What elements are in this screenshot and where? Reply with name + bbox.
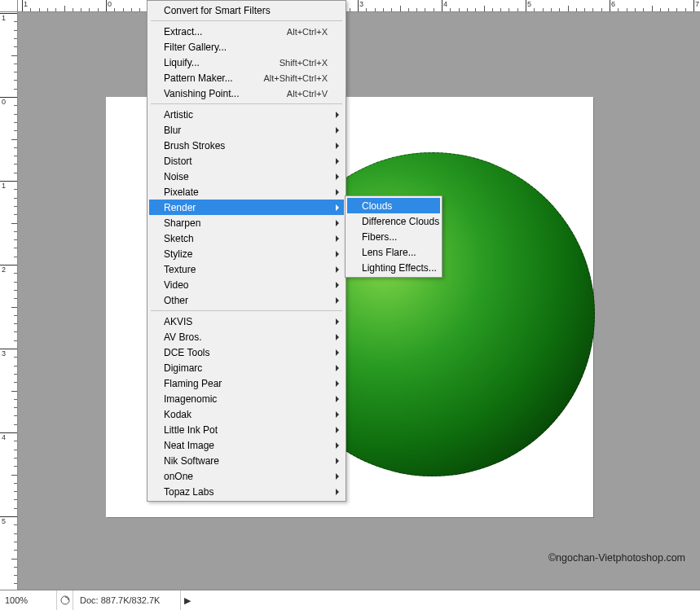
document-info[interactable]: Doc: 887.7K/832.7K: [73, 590, 181, 610]
menu-item-label: Blur: [164, 125, 328, 136]
ruler-vertical: 10123456: [0, 12, 18, 590]
menu-item-brush-strokes[interactable]: Brush Strokes: [149, 138, 344, 153]
menu-item-sharpen[interactable]: Sharpen: [149, 215, 344, 230]
ruler-v-label: 5: [2, 517, 6, 525]
submenu-arrow-icon: [336, 349, 339, 356]
submenu-arrow-icon: [336, 143, 339, 149]
menu-item-dce-tools[interactable]: DCE Tools: [149, 344, 344, 360]
zoom-level[interactable]: 100%: [0, 590, 57, 610]
workspace[interactable]: ©ngochan-Vietphotoshop.com: [18, 12, 700, 590]
menu-item-label: Sketch: [164, 233, 328, 244]
menu-item-liquify[interactable]: Liquify...Shift+Ctrl+X: [149, 55, 344, 70]
menu-item-nik-software[interactable]: Nik Software: [149, 453, 344, 468]
menu-item-label: Artistic: [164, 109, 328, 121]
menu-item-kodak[interactable]: Kodak: [149, 406, 344, 422]
submenu-arrow-icon: [336, 489, 339, 495]
menu-item-digimarc[interactable]: Digimarc: [149, 360, 344, 375]
submenu-item-lighting-effects[interactable]: Lighting Effects...: [347, 260, 440, 275]
menu-item-label: Pixelate: [164, 187, 328, 198]
ruler-h-label: 0: [108, 0, 112, 8]
submenu-arrow-icon: [336, 204, 339, 211]
menu-item-label: DCE Tools: [164, 347, 328, 358]
submenu-arrow-icon: [336, 411, 339, 418]
ruler-h-label: 4: [443, 0, 447, 8]
menu-item-convert-for-smart-filters[interactable]: Convert for Smart Filters: [149, 2, 344, 18]
menu-item-label: Video: [164, 279, 328, 291]
menu-item-noise[interactable]: Noise: [149, 169, 344, 184]
submenu-arrow-icon: [336, 473, 339, 480]
menu-item-topaz-labs[interactable]: Topaz Labs: [149, 484, 344, 499]
submenu-arrow-icon: [336, 235, 339, 242]
menu-item-pattern-maker[interactable]: Pattern Maker...Alt+Shift+Ctrl+X: [149, 70, 344, 86]
ruler-v-label: 2: [2, 266, 6, 274]
menu-item-label: onOne: [164, 471, 328, 482]
submenu-arrow-icon: [336, 334, 339, 340]
submenu-arrow-icon: [336, 266, 339, 273]
menu-item-filter-gallery[interactable]: Filter Gallery...: [149, 39, 344, 55]
ruler-h-label: 1: [24, 0, 28, 8]
ruler-h-label: 6: [611, 0, 615, 8]
menu-item-label: Other: [164, 295, 328, 306]
ruler-v-label: 1: [2, 182, 6, 190]
menu-item-label: Distort: [164, 156, 328, 167]
render-submenu: CloudsDifference CloudsFibers...Lens Fla…: [345, 195, 442, 278]
menu-item-label: Convert for Smart Filters: [164, 5, 328, 16]
submenu-item-lens-flare[interactable]: Lens Flare...: [347, 244, 440, 260]
submenu-item-difference-clouds[interactable]: Difference Clouds: [347, 213, 440, 229]
menu-item-onone[interactable]: onOne: [149, 468, 344, 484]
ruler-h-label: 3: [359, 0, 363, 8]
statusbar-menu-arrow-icon[interactable]: ▶: [181, 595, 194, 606]
ruler-horizontal: 101234567: [18, 0, 700, 12]
menu-item-neat-image[interactable]: Neat Image: [149, 437, 344, 453]
menu-item-artistic[interactable]: Artistic: [149, 107, 344, 122]
menu-item-pixelate[interactable]: Pixelate: [149, 184, 344, 200]
document-activity-icon[interactable]: [57, 590, 73, 610]
menu-separator: [151, 310, 342, 311]
menu-item-label: AKVIS: [164, 316, 328, 327]
menu-item-label: Lens Flare...: [362, 247, 424, 258]
menu-item-label: Clouds: [362, 200, 424, 212]
menu-item-label: Render: [164, 202, 328, 213]
menu-item-extract[interactable]: Extract...Alt+Ctrl+X: [149, 24, 344, 39]
submenu-item-clouds[interactable]: Clouds: [347, 198, 440, 213]
ruler-v-label: 0: [2, 98, 6, 106]
submenu-arrow-icon: [336, 158, 339, 165]
menu-item-other[interactable]: Other: [149, 292, 344, 308]
menu-item-texture[interactable]: Texture: [149, 261, 344, 277]
filter-menu: Convert for Smart FiltersExtract...Alt+C…: [147, 0, 346, 502]
menu-item-imagenomic[interactable]: Imagenomic: [149, 391, 344, 406]
submenu-arrow-icon: [336, 365, 339, 371]
menu-item-label: Little Ink Pot: [164, 424, 328, 436]
submenu-arrow-icon: [336, 380, 339, 387]
menu-item-label: Brush Strokes: [164, 140, 328, 151]
menu-item-akvis[interactable]: AKVIS: [149, 314, 344, 329]
menu-item-little-ink-pot[interactable]: Little Ink Pot: [149, 422, 344, 437]
status-bar: 100% Doc: 887.7K/832.7K ▶: [0, 590, 700, 610]
submenu-arrow-icon: [336, 282, 339, 288]
menu-item-render[interactable]: Render: [149, 200, 344, 215]
menu-item-label: Sharpen: [164, 217, 328, 229]
menu-item-blur[interactable]: Blur: [149, 122, 344, 138]
menu-item-label: Stylize: [164, 248, 328, 260]
menu-item-label: Lighting Effects...: [362, 262, 437, 274]
submenu-arrow-icon: [336, 220, 339, 226]
submenu-arrow-icon: [336, 396, 339, 402]
menu-item-label: Extract...: [164, 26, 271, 37]
menu-item-video[interactable]: Video: [149, 277, 344, 292]
submenu-item-fibers[interactable]: Fibers...: [347, 229, 440, 244]
submenu-arrow-icon: [336, 112, 339, 118]
submenu-arrow-icon: [336, 251, 339, 257]
menu-item-stylize[interactable]: Stylize: [149, 246, 344, 261]
menu-item-label: Filter Gallery...: [164, 42, 328, 53]
menu-item-label: Flaming Pear: [164, 378, 328, 389]
menu-item-shortcut: Alt+Ctrl+X: [287, 27, 328, 37]
menu-item-flaming-pear[interactable]: Flaming Pear: [149, 375, 344, 391]
menu-item-label: Pattern Maker...: [164, 72, 247, 84]
menu-item-av-bros[interactable]: AV Bros.: [149, 329, 344, 344]
menu-item-label: Liquify...: [164, 57, 263, 68]
submenu-arrow-icon: [336, 427, 339, 433]
menu-item-sketch[interactable]: Sketch: [149, 230, 344, 246]
menu-separator: [151, 103, 342, 104]
menu-item-distort[interactable]: Distort: [149, 153, 344, 169]
menu-item-vanishing-point[interactable]: Vanishing Point...Alt+Ctrl+V: [149, 86, 344, 101]
